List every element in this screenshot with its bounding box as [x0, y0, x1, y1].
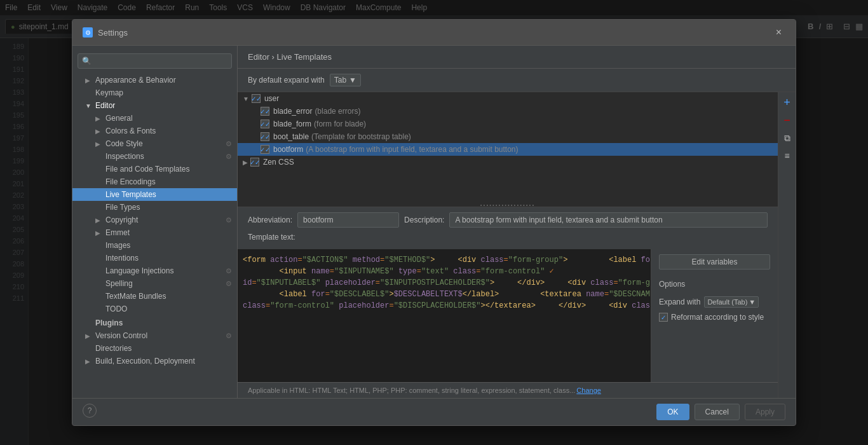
description-label: Description:: [404, 216, 444, 224]
gear-icon-spelling: ⚙: [226, 280, 232, 288]
sidebar-item-appearance[interactable]: ▶ Appearance & Behavior: [72, 74, 237, 86]
group-checkbox-zencss[interactable]: ✓: [250, 158, 259, 167]
search-icon: 🔍: [82, 57, 92, 65]
sidebar-label: TODO: [105, 305, 127, 313]
group-expand-arrow: ▼: [243, 95, 249, 102]
template-item-blade-error[interactable]: ✓ blade_error (blade errors): [238, 105, 778, 118]
sidebar-item-copyright[interactable]: ▶ Copyright ⚙: [72, 214, 237, 226]
template-item-bootform[interactable]: ✓ bootform (A bootstrap form with input …: [238, 143, 778, 156]
group-label-zencss: Zen CSS: [263, 158, 294, 167]
sidebar-item-textmate[interactable]: TextMate Bundles: [72, 290, 237, 303]
template-tree: ▼ ✓ user ✓ blade_error (blade errors): [238, 92, 778, 207]
dropdown-arrow-icon: ▼: [349, 76, 356, 85]
item-checkbox-bootform[interactable]: ✓: [261, 145, 269, 154]
expand-with-row: Expand with Default (Tab) ▼: [659, 296, 770, 308]
expand-arrow-general: ▶: [95, 115, 103, 122]
reformat-checkbox[interactable]: [659, 313, 668, 322]
item-desc-blade-form: (form for blade): [314, 120, 366, 128]
sidebar-label: File and Code Templates: [105, 165, 190, 174]
sidebar-item-vc[interactable]: ▶ Version Control ⚙: [72, 329, 237, 342]
search-input[interactable]: [78, 53, 232, 69]
apply-button[interactable]: Apply: [745, 404, 785, 420]
expand-with-dropdown[interactable]: Default (Tab) ▼: [704, 296, 759, 308]
sidebar-label: TextMate Bundles: [105, 292, 166, 301]
abbreviation-input[interactable]: [297, 212, 399, 228]
item-checkbox-boot-table[interactable]: ✓: [261, 132, 269, 141]
add-template-button[interactable]: +: [780, 95, 795, 110]
gear-icon-inspections: ⚙: [226, 153, 232, 161]
sidebar-label: Code Style: [105, 139, 143, 148]
modal-footer: ? OK Cancel Apply: [72, 398, 796, 425]
action-buttons: + − ⧉ ≡: [778, 92, 796, 398]
help-button[interactable]: ?: [83, 404, 97, 418]
cancel-button[interactable]: Cancel: [695, 404, 740, 420]
item-checkbox-blade-form[interactable]: ✓: [261, 120, 269, 128]
ok-button[interactable]: OK: [656, 404, 689, 420]
sidebar-item-code-style[interactable]: ▶ Code Style ⚙: [72, 137, 237, 150]
search-box: 🔍: [78, 53, 232, 69]
template-item-blade-form[interactable]: ✓ blade_form (form for blade): [238, 118, 778, 130]
sidebar-item-file-code-templates[interactable]: File and Code Templates: [72, 163, 237, 175]
sidebar-item-todo[interactable]: TODO: [72, 303, 237, 315]
sidebar-item-language-injections[interactable]: Language Injections ⚙: [72, 264, 237, 277]
abbreviation-label: Abbreviation:: [248, 216, 292, 224]
expand-dropdown[interactable]: Tab ▼: [330, 74, 361, 86]
sidebar-item-colors-fonts[interactable]: ▶ Colors & Fonts: [72, 125, 237, 137]
edit-variables-button[interactable]: Edit variables: [659, 254, 770, 270]
sidebar-item-spelling[interactable]: Spelling ⚙: [72, 277, 237, 290]
sidebar-label: Emmet: [105, 228, 130, 237]
group-checkbox-user[interactable]: ✓: [252, 94, 261, 103]
copy-template-button[interactable]: ⧉: [780, 130, 795, 146]
resize-handle[interactable]: ••••••••••••••••••: [238, 203, 778, 207]
change-link[interactable]: Change: [576, 387, 601, 394]
expand-arrow-colors: ▶: [95, 128, 103, 135]
sidebar-item-file-encodings[interactable]: File Encodings: [72, 175, 237, 188]
description-input[interactable]: [449, 212, 768, 228]
sidebar-item-intentions[interactable]: Intentions: [72, 252, 237, 264]
settings-content: Editor › Live Templates By default expan…: [238, 46, 796, 398]
modal-overlay: ⚙ Settings × 🔍 ▶ Appearance & Behavio: [0, 0, 868, 445]
sidebar-item-inspections[interactable]: Inspections ⚙: [72, 150, 237, 163]
expand-arrow-build: ▶: [85, 358, 93, 365]
sidebar-label: Version Control: [95, 331, 147, 340]
sidebar-item-editor[interactable]: ▼ Editor: [72, 99, 237, 112]
status-bar: Applicable in HTML: HTML Text; HTML, PHP…: [238, 382, 778, 398]
expand-value: Tab: [334, 76, 346, 85]
gear-icon-vc: ⚙: [226, 332, 232, 340]
item-name-blade-error: blade_error: [273, 107, 312, 116]
expand-arrow: ▶: [85, 77, 93, 84]
item-checkbox-blade-error[interactable]: ✓: [261, 107, 269, 116]
expand-arrow-vc: ▶: [85, 332, 93, 339]
sidebar-label: Appearance & Behavior: [95, 76, 176, 85]
sidebar-item-emmet[interactable]: ▶ Emmet: [72, 226, 237, 239]
sidebar-item-directories[interactable]: Directories: [72, 342, 237, 355]
sidebar-item-images[interactable]: Images: [72, 239, 237, 252]
sidebar-label: File Encodings: [105, 177, 156, 186]
code-editor[interactable]: <form action="$ACTION$" method="$METHOD$…: [238, 249, 651, 382]
content-header: Editor › Live Templates: [238, 46, 796, 69]
template-group-user[interactable]: ▼ ✓ user: [238, 92, 778, 105]
sidebar-item-general[interactable]: ▶ General: [72, 112, 237, 125]
status-text: Applicable in HTML: HTML Text; HTML, PHP…: [248, 387, 575, 394]
settings-icon: ⚙: [83, 27, 93, 38]
template-panel: ▼ ✓ user ✓ blade_error (blade errors): [238, 92, 778, 398]
sidebar-item-build[interactable]: ▶ Build, Execution, Deployment: [72, 355, 237, 367]
gear-icon-codestyle: ⚙: [226, 140, 232, 148]
template-item-boot-table[interactable]: ✓ boot_table (Template for bootstrap tab…: [238, 130, 778, 143]
remove-template-button[interactable]: −: [780, 113, 795, 128]
sidebar-item-file-types[interactable]: File Types: [72, 201, 237, 214]
sidebar-label: Intentions: [105, 254, 139, 263]
breadcrumb: Editor › Live Templates: [248, 52, 332, 62]
move-template-button[interactable]: ≡: [780, 148, 795, 163]
template-text-label-row: Template text:: [248, 233, 768, 242]
template-group-zencss[interactable]: ▶ ✓ Zen CSS: [238, 156, 778, 168]
sidebar-item-keymap[interactable]: Keymap: [72, 86, 237, 99]
settings-sidebar: 🔍 ▶ Appearance & Behavior Keymap: [72, 46, 238, 398]
close-button[interactable]: ×: [772, 26, 785, 39]
sidebar-label: Copyright: [105, 216, 138, 224]
sidebar-item-live-templates[interactable]: Live Templates: [72, 188, 237, 201]
sidebar-item-plugins[interactable]: Plugins: [72, 317, 237, 329]
expand-label: By default expand with: [248, 76, 325, 85]
sidebar-label: Directories: [95, 344, 132, 353]
sidebar-label: Spelling: [105, 279, 133, 288]
